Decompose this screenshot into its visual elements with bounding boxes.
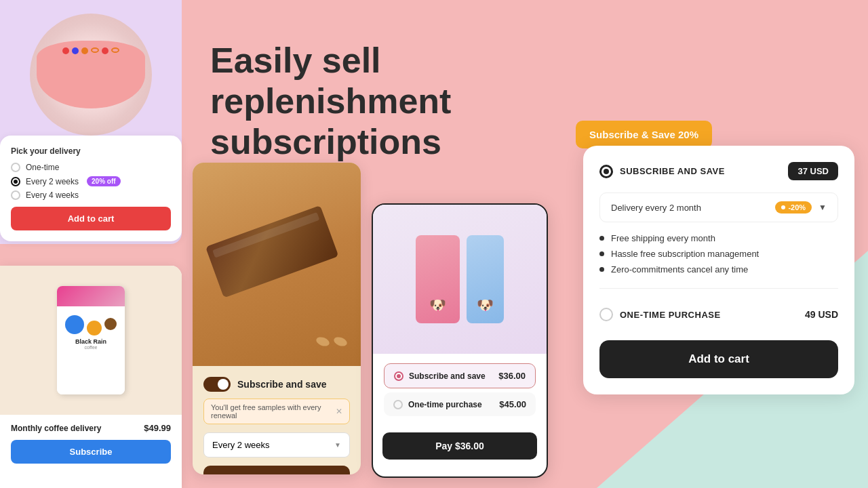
hero-section: Easily sell replenishment subscriptions [210, 41, 590, 162]
option-every-2-weeks[interactable]: Every 2 weeks 20% off [11, 176, 171, 186]
one-time-radio[interactable] [393, 400, 403, 409]
topping-dot [81, 47, 88, 54]
one-time-option-label: One-time purchase [408, 400, 482, 409]
bullet-dot [599, 267, 604, 272]
benefit-cancel: Zero-commitments cancel any time [599, 264, 838, 274]
chocolate-options: Subscribe and save You'll get free sampl… [193, 366, 361, 474]
almond-2 [333, 336, 349, 348]
chocolate-bar [205, 205, 339, 298]
chevron-down-icon: ▼ [334, 441, 341, 449]
coffee-info: Monthly coffee delivery $49.99 [0, 415, 182, 433]
subscribe-toggle-row[interactable]: Subscribe and save [203, 377, 350, 392]
topping-dot [102, 47, 108, 54]
card-chocolate: Subscribe and save You'll get free sampl… [193, 163, 361, 474]
add-to-cart-choc-button[interactable]: Add to cart [203, 466, 350, 474]
pay-button[interactable]: Pay $36.00 [382, 432, 537, 460]
card-dogfood: Subscribe and save $36.00 One-time purch… [372, 203, 548, 478]
coffee-price: $49.99 [144, 423, 171, 433]
add-to-cart-cereal-button[interactable]: Add to cart [11, 207, 171, 230]
toggle-knob [218, 379, 229, 390]
discount-pill: -20% [775, 201, 812, 214]
section-divider [599, 288, 838, 289]
one-time-section-price: 49 USD [805, 309, 838, 320]
subscribe-section-radio[interactable] [599, 165, 613, 178]
subscribe-section-header: SUBSCRIBE AND SAVE 37 USD [599, 162, 838, 180]
dog-bag-pink [416, 235, 460, 323]
dogfood-purchase-options: Subscribe and save $36.00 One-time purch… [373, 354, 547, 430]
almond-decoration [316, 338, 347, 346]
benefits-list: Free shipping every month Hassle free su… [599, 233, 838, 274]
radio-one-time[interactable] [11, 163, 20, 172]
subscribe-coffee-button[interactable]: Subscribe [11, 440, 171, 464]
one-time-option-left: One-time purchase [393, 400, 482, 409]
one-time-option-price: $45.00 [499, 399, 526, 409]
subscribe-option-left: Subscribe and save [394, 371, 486, 381]
subscribe-section-title: SUBSCRIBE AND SAVE [620, 166, 725, 176]
coffee-circles [65, 315, 117, 336]
coffee-image-area: Black Rain coffee [0, 266, 182, 415]
cereal-bowl-image [30, 14, 152, 136]
almond-1 [315, 336, 331, 348]
radio-every-2-weeks[interactable] [11, 177, 20, 186]
coffee-brand-name: Black Rain [75, 338, 106, 345]
topping-dot [72, 47, 79, 54]
one-time-section-radio[interactable] [599, 308, 613, 321]
card-coffee: Black Rain coffee Monthly coffee deliver… [0, 266, 182, 488]
one-time-section-title: ONE-TIME PURCHASE [620, 310, 721, 320]
subscribe-section-left: SUBSCRIBE AND SAVE [599, 165, 725, 178]
hero-title: Easily sell replenishment subscriptions [210, 41, 590, 162]
circle-orange [87, 321, 102, 336]
cereal-bowl [37, 41, 145, 108]
radio-every-4-weeks[interactable] [11, 190, 20, 200]
discount-dot [781, 205, 785, 209]
one-time-purchase-row[interactable]: ONE-TIME PURCHASE 49 USD [599, 300, 838, 329]
card-main-subscription: SUBSCRIBE AND SAVE 37 USD Delivery every… [583, 146, 854, 394]
card-cereal-options: Pick your delivery One-time Every 2 week… [0, 136, 182, 241]
option-every-4-weeks[interactable]: Every 4 weeks [11, 190, 171, 200]
subscribe-price-badge: 37 USD [788, 162, 838, 180]
benefit-management: Hassle free subscription management [599, 249, 838, 259]
subscribe-toggle[interactable] [203, 377, 231, 392]
circle-blue [65, 315, 84, 334]
coffee-bag-body: Black Rain coffee [57, 306, 125, 394]
delivery-frequency-selector[interactable]: Delivery every 2 month -20% ▼ [599, 192, 838, 222]
subscribe-option-price: $36.00 [498, 371, 526, 381]
toggle-label: Subscribe and save [237, 379, 327, 390]
circle-brown [104, 318, 117, 330]
one-time-left: ONE-TIME PURCHASE [599, 308, 721, 321]
discount-badge: 20% off [87, 176, 121, 186]
subscribe-save-badge[interactable]: Subscribe & Save 20% [576, 121, 712, 148]
benefit-shipping: Free shipping every month [599, 233, 838, 243]
cereal-toppings [37, 47, 145, 54]
chocolate-image-area [193, 163, 361, 366]
dogfood-image-area [373, 205, 547, 354]
bullet-dot [599, 236, 604, 241]
close-sample-badge[interactable]: ✕ [336, 407, 342, 416]
subscribe-option-label: Subscribe and save [409, 371, 486, 381]
coffee-subtitle: coffee [85, 345, 98, 350]
one-time-option[interactable]: One-time purchase $45.00 [384, 392, 536, 416]
coffee-bag-top [57, 286, 125, 306]
add-to-cart-main-button[interactable]: Add to cart [599, 340, 838, 378]
coffee-bag: Black Rain coffee [57, 286, 125, 394]
chevron-down-icon: ▼ [818, 203, 827, 212]
coffee-product-label: Monthly coffee delivery [11, 424, 101, 433]
delivery-title: Pick your delivery [11, 146, 171, 156]
dog-bag-blue [467, 235, 504, 323]
subscribe-radio[interactable] [394, 371, 403, 381]
topping-ring [91, 47, 99, 53]
sample-badge: You'll get free samples with every renew… [203, 399, 350, 424]
subscribe-save-option[interactable]: Subscribe and save $36.00 [384, 363, 536, 388]
bullet-dot [599, 251, 604, 256]
frequency-dropdown[interactable]: Every 2 weeks ▼ [203, 432, 350, 458]
delivery-frequency-text: Delivery every 2 month [611, 203, 768, 213]
option-one-time[interactable]: One-time [11, 163, 171, 172]
topping-ring [111, 47, 119, 53]
topping-dot [62, 47, 69, 54]
